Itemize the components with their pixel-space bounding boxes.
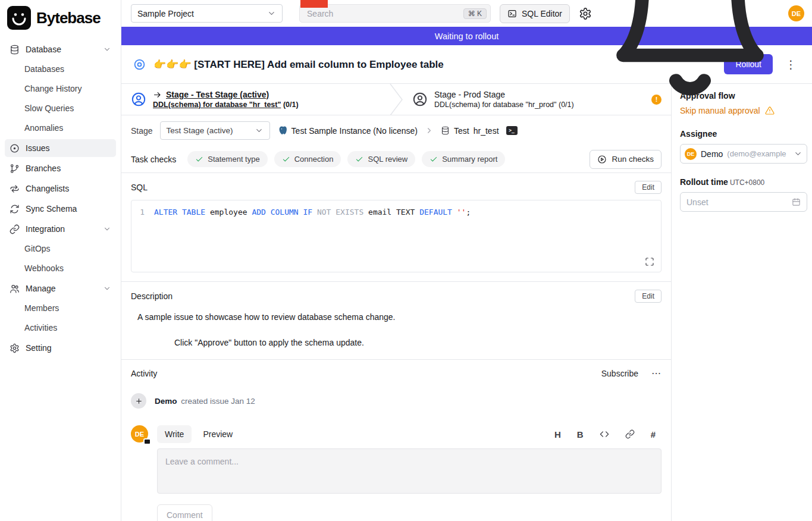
sidebar-item-change-history[interactable]: Change History [5, 80, 116, 98]
composer-avatar: DE [131, 425, 148, 442]
comment-input[interactable]: Leave a comment... [157, 448, 661, 494]
task-check-summary-report[interactable]: Summary report [422, 151, 505, 167]
project-selector-value: Sample Project [137, 9, 194, 18]
rollout-time-value: Unset [686, 197, 708, 207]
stage-card-test-stage[interactable]: Stage - Test Stage (active) DDL(schema) … [121, 84, 390, 115]
notifications-button[interactable] [601, 0, 779, 103]
stage-task: DDL(schema) for database "hr_test" [153, 101, 281, 109]
sql-edit-button[interactable]: Edit [635, 181, 661, 194]
sidebar-item-label: Changelists [26, 184, 111, 193]
arrow-right-icon [153, 90, 162, 99]
stage-progress: (0/1) [283, 101, 299, 109]
expand-icon[interactable] [645, 257, 654, 266]
sidebar-item-manage[interactable]: Manage [5, 280, 116, 297]
task-check-sql-review[interactable]: SQL review [347, 151, 415, 167]
task-check-badges: Statement typeConnectionSQL reviewSummar… [187, 151, 505, 167]
run-checks-button[interactable]: Run checks [590, 150, 661, 169]
activity-title: Activity [131, 369, 157, 378]
tab-write[interactable]: Write [157, 425, 192, 443]
heading-icon[interactable]: H [554, 430, 561, 439]
activity-section: Activity Subscribe ⋯ Demo created issue … [121, 359, 671, 521]
sidebar-nav: DatabaseDatabasesChange HistorySlow Quer… [0, 40, 121, 357]
activity-menu-icon[interactable]: ⋯ [651, 368, 661, 379]
assignee-email: (demo@example [727, 149, 789, 158]
sidebar-item-database[interactable]: Database [5, 40, 116, 58]
gear-icon[interactable] [579, 7, 592, 20]
user-circle-icon [131, 92, 146, 107]
database-link[interactable]: Test hr_test [441, 126, 499, 136]
more-menu-icon[interactable]: ⋮ [780, 58, 801, 71]
rollout-time-input[interactable]: Unset [680, 192, 807, 212]
sidebar-item-label: GitOps [24, 244, 111, 253]
brand-logo[interactable]: Bytebase [0, 5, 121, 38]
sidebar-item-branches[interactable]: Branches [5, 159, 116, 177]
stage-progress: (0/1) [559, 101, 574, 109]
sidebar-item-issues[interactable]: Issues [5, 139, 116, 157]
stage-name: Stage - Prod Stage [434, 90, 505, 99]
recording-indicator [300, 0, 328, 8]
description-title: Description [131, 291, 173, 301]
bold-icon[interactable]: B [577, 430, 584, 439]
sidebar-item-integration[interactable]: Integration [5, 220, 116, 238]
gear-icon [10, 343, 20, 353]
code-icon[interactable] [600, 429, 609, 439]
database-icon [441, 126, 450, 135]
issues-icon [10, 143, 20, 153]
sidebar-item-label: Anomalies [24, 123, 111, 133]
search-input[interactable]: Search ⌘ K [299, 4, 491, 23]
activity-timeline: Demo created issue Jan 12 [131, 393, 661, 409]
sidebar-item-members[interactable]: Members [5, 299, 116, 317]
sidebar-item-databases[interactable]: Databases [5, 60, 116, 78]
comment-bubble-icon [143, 438, 151, 445]
stage-separator [390, 84, 403, 115]
project-selector[interactable]: Sample Project [131, 4, 283, 23]
tab-preview[interactable]: Preview [195, 425, 240, 443]
branch-icon [10, 164, 20, 174]
sidebar-item-anomalies[interactable]: Anomalies [5, 119, 116, 137]
link-icon[interactable] [625, 429, 635, 439]
postgres-icon [277, 125, 287, 136]
activity-event: Demo created issue Jan 12 [131, 393, 661, 409]
changelist-icon [10, 184, 20, 194]
description-paragraph: A sample issue to showcase how to review… [137, 312, 661, 322]
stage-selector[interactable]: Test Stage (active) [160, 121, 270, 140]
instance-link[interactable]: Test Sample Instance (No license) [277, 125, 418, 136]
assignee-selector[interactable]: DE Demo (demo@example [680, 144, 807, 164]
link-icon [10, 224, 20, 234]
stage-label: Stage [131, 126, 153, 136]
hash-icon[interactable]: # [651, 430, 656, 439]
sql-section-title: SQL [131, 183, 148, 192]
comment-button[interactable]: Comment [157, 504, 212, 521]
sql-editor-area[interactable]: 1ALTER TABLE employee ADD COLUMN IF NOT … [131, 200, 661, 272]
sidebar-item-slow-queries[interactable]: Slow Queries [5, 99, 116, 117]
check-icon [282, 155, 290, 164]
main-content: Stage - Test Stage (active) DDL(schema) … [121, 84, 671, 521]
search-placeholder: Search [307, 9, 463, 18]
task-check-connection[interactable]: Connection [274, 151, 341, 167]
sidebar-item-changelists[interactable]: Changelists [5, 180, 116, 197]
database-icon [10, 45, 20, 55]
chevron-down-icon [267, 9, 276, 18]
sql-console-icon[interactable]: >_ [506, 126, 518, 135]
play-circle-icon [597, 155, 607, 164]
approval-status: Skip manual approval [680, 106, 807, 115]
sidebar-item-setting[interactable]: Setting [5, 339, 116, 357]
user-avatar[interactable]: DE [788, 5, 804, 21]
chevron-down-icon [103, 225, 111, 233]
sidebar-item-label: Database [26, 45, 97, 54]
chevron-down-icon [794, 149, 802, 158]
sidebar-item-gitops[interactable]: GitOps [5, 240, 116, 258]
sidebar-item-label: Activities [24, 323, 111, 332]
right-panel: Approval flow Skip manual approval Assig… [671, 84, 812, 521]
subscribe-button[interactable]: Subscribe [601, 369, 638, 378]
description-section: Description Edit A sample issue to showc… [121, 281, 671, 359]
sidebar-item-sync-schema[interactable]: Sync Schema [5, 200, 116, 218]
check-icon [195, 155, 203, 164]
sql-editor-button[interactable]: SQL Editor [500, 4, 570, 23]
rollout-time-label: Rollout timeUTC+0800 [680, 177, 807, 187]
description-edit-button[interactable]: Edit [635, 290, 661, 303]
sidebar-item-webhooks[interactable]: Webhooks [5, 259, 116, 277]
comment-composer: DE WritePreview HB# Leave a comment... [131, 425, 661, 521]
task-check-statement-type[interactable]: Statement type [187, 151, 267, 167]
sidebar-item-activities[interactable]: Activities [5, 319, 116, 337]
